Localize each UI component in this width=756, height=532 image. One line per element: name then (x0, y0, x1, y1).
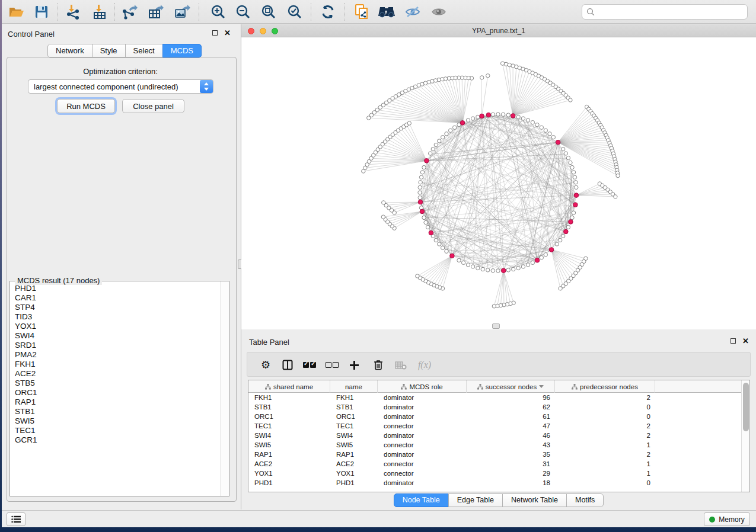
show-task-history-button[interactable] (7, 512, 25, 526)
mcds-result-item[interactable]: PHD1 (15, 284, 220, 293)
network-node[interactable] (521, 117, 525, 120)
table-cell[interactable]: dominator (378, 402, 467, 412)
table-cell[interactable]: dominator (378, 412, 467, 421)
network-node[interactable] (496, 113, 500, 116)
table-row[interactable]: YOX1YOX1connector291 (248, 469, 742, 478)
mcds-result-item[interactable]: GCR1 (15, 435, 220, 445)
table-row[interactable]: RAP1RAP1dominator352 (248, 450, 742, 459)
network-node[interactable] (419, 181, 422, 184)
table-cell[interactable]: FKH1 (248, 393, 330, 402)
table-cell[interactable]: RAP1 (330, 450, 378, 459)
table-cell[interactable]: 31 (467, 459, 555, 469)
network-node[interactable] (418, 196, 422, 199)
network-node[interactable] (419, 175, 423, 179)
fit-selected-button[interactable] (285, 2, 305, 21)
show-columns-button[interactable] (279, 355, 296, 374)
mcds-network-node[interactable] (501, 268, 506, 273)
table-cell[interactable]: TEC1 (248, 421, 330, 431)
mcds-list-scrollbar[interactable] (221, 281, 229, 496)
column-header-shared-name[interactable]: shared name (248, 380, 330, 393)
network-node[interactable] (540, 256, 543, 259)
network-node[interactable] (616, 174, 620, 177)
network-node[interactable] (526, 118, 529, 122)
network-node[interactable] (569, 161, 572, 164)
network-node[interactable] (500, 62, 504, 65)
network-node[interactable] (434, 143, 438, 146)
mcds-result-item[interactable]: PMA2 (15, 350, 220, 360)
table-cell[interactable]: connector (378, 459, 467, 469)
network-node[interactable] (382, 201, 385, 204)
mcds-result-item[interactable]: TID3 (15, 312, 220, 322)
table-cell[interactable]: 2 (555, 431, 655, 440)
network-node[interactable] (424, 220, 428, 224)
network-node[interactable] (569, 98, 572, 102)
table-cell[interactable]: 62 (467, 402, 555, 412)
network-node[interactable] (441, 135, 444, 139)
network-node[interactable] (566, 225, 570, 229)
network-node[interactable] (516, 266, 520, 270)
network-node[interactable] (445, 249, 448, 253)
network-node[interactable] (481, 267, 484, 271)
mcds-network-node[interactable] (569, 220, 573, 225)
mcds-network-node[interactable] (480, 114, 484, 118)
table-cell[interactable]: PHD1 (248, 478, 330, 488)
import-table-button[interactable] (90, 2, 110, 21)
mcds-network-node[interactable] (429, 230, 433, 235)
tab-motifs[interactable]: Motifs (566, 493, 604, 507)
network-node[interactable] (471, 265, 474, 268)
network-node[interactable] (457, 258, 461, 262)
network-node[interactable] (570, 216, 574, 219)
table-cell[interactable]: connector (378, 440, 467, 450)
table-row[interactable]: STB1STB1dominator620 (248, 402, 742, 412)
network-node[interactable] (573, 175, 576, 179)
network-node[interactable] (422, 216, 426, 219)
network-node[interactable] (566, 156, 570, 159)
table-row[interactable]: TEC1TEC1connector472 (248, 421, 742, 431)
network-node[interactable] (422, 165, 426, 169)
table-cell[interactable]: STB1 (248, 402, 330, 412)
table-row[interactable]: ORC1ORC1dominator610 (248, 412, 742, 421)
close-table-panel-icon[interactable]: ✕ (742, 338, 749, 344)
table-cell[interactable]: 29 (467, 469, 555, 478)
mcds-result-item[interactable]: CAR1 (15, 293, 220, 303)
network-node[interactable] (555, 242, 559, 246)
network-node[interactable] (531, 261, 534, 264)
table-cell[interactable]: PHD1 (330, 478, 378, 488)
mcds-result-item[interactable]: YOX1 (15, 322, 220, 331)
network-node[interactable] (614, 195, 617, 198)
network-node[interactable] (480, 76, 484, 79)
network-node[interactable] (492, 305, 496, 308)
network-node[interactable] (574, 181, 578, 184)
table-cell[interactable]: ORC1 (330, 412, 378, 421)
network-node[interactable] (452, 126, 456, 129)
network-node[interactable] (544, 253, 547, 257)
table-cell[interactable]: connector (378, 469, 467, 478)
network-node[interactable] (491, 269, 495, 273)
table-cell[interactable]: ORC1 (248, 412, 330, 421)
network-node[interactable] (526, 263, 529, 267)
save-session-button[interactable] (31, 2, 52, 21)
refresh-view-button[interactable] (318, 2, 338, 21)
mcds-network-node[interactable] (564, 229, 569, 234)
network-node[interactable] (476, 115, 480, 118)
network-node[interactable] (570, 165, 574, 169)
select-all-button[interactable] (301, 355, 318, 374)
table-scrollbar[interactable] (741, 380, 749, 492)
tab-network-table[interactable]: Network Table (502, 493, 567, 507)
network-node[interactable] (438, 242, 441, 246)
table-cell[interactable]: 1 (555, 440, 655, 450)
network-node[interactable] (540, 126, 543, 129)
network-node[interactable] (486, 74, 490, 78)
mcds-network-node[interactable] (511, 114, 515, 118)
table-row[interactable]: FKH1FKH1dominator962 (248, 393, 742, 402)
network-node[interactable] (548, 132, 551, 136)
float-panel-icon[interactable] (212, 30, 218, 36)
table-cell[interactable]: 96 (467, 393, 555, 402)
optimization-criterion-select[interactable]: largest connected component (undirected) (28, 79, 213, 94)
network-node[interactable] (441, 246, 444, 249)
network-node[interactable] (418, 185, 422, 189)
table-cell[interactable]: dominator (378, 478, 467, 488)
export-image-button[interactable] (172, 2, 192, 21)
table-cell[interactable]: SWI5 (248, 440, 330, 450)
table-cell[interactable]: ACE2 (330, 459, 378, 469)
